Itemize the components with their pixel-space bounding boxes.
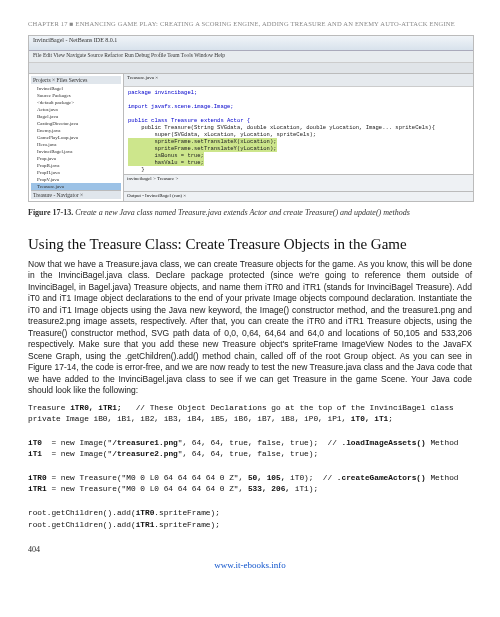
projects-panel-title: Projects × Files Services xyxy=(31,76,121,84)
code-line: public Treasure(String SVGdata, double x… xyxy=(128,124,435,131)
navigator-title: Treasure - Navigator × xyxy=(31,191,121,199)
ide-left-panel: Projects × Files Services InvinciBagel S… xyxy=(29,74,124,202)
code-text: .spriteFrame); xyxy=(154,521,220,529)
code-editor: package invincibagel; import javafx.scen… xyxy=(124,87,473,174)
tree-file: InvinciBagel.java xyxy=(31,148,121,155)
tree-file: PropV.java xyxy=(31,176,121,183)
code-bold: iTR0, iTR1; xyxy=(70,404,121,412)
ide-main-area: Treasure.java × package invincibagel; im… xyxy=(124,74,473,202)
body-paragraph: Now that we have a Treasure.java class, … xyxy=(28,259,472,397)
code-bold: iTR0 xyxy=(28,474,47,482)
code-text: ", 64, 64, true, false, true); // xyxy=(178,439,342,447)
tree-file: PropH.java xyxy=(31,169,121,176)
tree-pkg: Source Packages xyxy=(31,92,121,99)
code-text: ", 64, 64, true, false, true); xyxy=(178,450,318,458)
code-text: iT0); // xyxy=(285,474,336,482)
section-heading: Using the Treasure Class: Create Treasur… xyxy=(28,235,472,253)
members-label: Members xyxy=(31,200,121,202)
output-panel: Output - InvinciBagel (run) × xyxy=(124,191,473,202)
figure-text: Create a new Java class named Treasure.j… xyxy=(75,208,410,217)
figure-number: Figure 17-13. xyxy=(28,208,73,217)
code-text: .spriteFrame); xyxy=(154,509,220,517)
code-bold: iT0, iT1 xyxy=(351,415,388,423)
tree-file-selected: Treasure.java xyxy=(31,183,121,190)
tree-file: GamePlayLoop.java xyxy=(31,134,121,141)
tree-file: Hero.java xyxy=(31,141,121,148)
code-line: spriteFrame.setTranslateY(yLocation); xyxy=(128,145,277,152)
code-bold: iT1 xyxy=(28,450,42,458)
tree-root: InvinciBagel xyxy=(31,85,121,92)
code-bold: iT0 xyxy=(28,439,42,447)
code-bold: iTR1 xyxy=(28,485,47,493)
code-text: Treasure xyxy=(28,404,70,412)
code-line: public class Treasure extends Actor { xyxy=(128,117,250,124)
tree-file: PropB.java xyxy=(31,162,121,169)
code-line: isBonus = true; xyxy=(128,152,204,159)
code-bold: iTR0 xyxy=(136,509,155,517)
code-text: root.getChildren().add( xyxy=(28,521,136,529)
code-text: private Image iB0, iB1, iB2, iB3, iB4, i… xyxy=(28,415,351,423)
code-bold: 533, 206, xyxy=(248,485,290,493)
code-text: = new Treasure("M0 0 L0 64 64 64 64 0 Z"… xyxy=(47,474,248,482)
code-bold: 50, 105, xyxy=(248,474,285,482)
ide-body: Projects × Files Services InvinciBagel S… xyxy=(29,74,473,202)
page-container: CHAPTER 17 ■ ENHANCING GAME PLAY: CREATI… xyxy=(0,0,500,580)
code-bold: .createGameActors() xyxy=(337,474,426,482)
code-text: iT1); xyxy=(290,485,318,493)
code-text: root.getChildren().add( xyxy=(28,509,136,517)
editor-tabs: Treasure.java × xyxy=(124,74,473,87)
code-bold: .loadImageAssets() xyxy=(342,439,426,447)
code-comment: // These Object Declarations go at the t… xyxy=(122,404,454,412)
tree-default: <default package> xyxy=(31,99,121,106)
window-toolbar xyxy=(29,63,473,74)
code-line: } xyxy=(128,166,145,173)
code-bold: iTR1 xyxy=(136,521,155,529)
page-number: 404 xyxy=(28,545,472,554)
tree-file: Bagel.java xyxy=(31,113,121,120)
window-titlebar: InvinciBagel - NetBeans IDE 8.0.1 xyxy=(29,36,473,51)
code-text: Method xyxy=(426,474,459,482)
code-line: hasValu = true; xyxy=(128,159,204,166)
figure-caption: Figure 17-13. Create a new Java class na… xyxy=(28,208,472,217)
code-bold: /treasure2.png xyxy=(112,450,178,458)
tree-file: Prop.java xyxy=(31,155,121,162)
code-line: package invincibagel; xyxy=(128,89,197,96)
chapter-header: CHAPTER 17 ■ ENHANCING GAME PLAY: CREATI… xyxy=(28,20,472,27)
code-text: = new Treasure("M0 0 L0 64 64 64 64 0 Z"… xyxy=(47,485,248,493)
breadcrumb-bar: invincibagel > Treasure > xyxy=(124,174,473,191)
tree-file: CastingDirector.java xyxy=(31,120,121,127)
tree-file: Enemy.java xyxy=(31,127,121,134)
code-text: = new Image(" xyxy=(42,450,112,458)
footer-link[interactable]: www.it-ebooks.info xyxy=(28,560,472,570)
code-text: = new Image(" xyxy=(42,439,112,447)
code-text: Method xyxy=(426,439,459,447)
code-line: import javafx.scene.image.Image; xyxy=(128,103,234,110)
tree-file: Actor.java xyxy=(31,106,121,113)
code-bold: /treasure1.png xyxy=(112,439,178,447)
code-text: ; xyxy=(388,415,393,423)
window-menubar: File Edit View Navigate Source Refactor … xyxy=(29,51,473,63)
code-line: super(SVGdata, xLocation, yLocation, spr… xyxy=(128,131,316,138)
code-listing: Treasure iTR0, iTR1; // These Object Dec… xyxy=(28,403,472,532)
ide-screenshot: InvinciBagel - NetBeans IDE 8.0.1 File E… xyxy=(28,35,474,202)
code-line: spriteFrame.setTranslateX(xLocation); xyxy=(128,138,277,145)
navigator-panel: Treasure - Navigator × Members Treasure(… xyxy=(31,190,121,202)
